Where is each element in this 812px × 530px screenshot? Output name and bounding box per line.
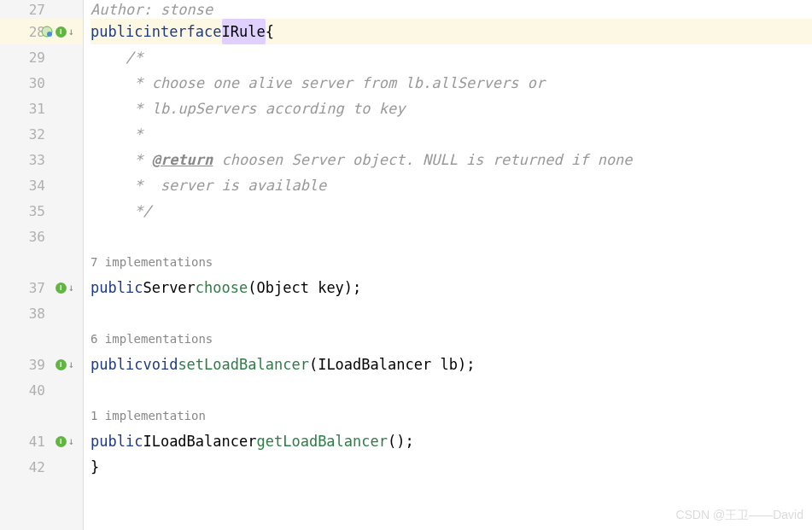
line-number: 32: [20, 126, 45, 143]
line-number: 41: [20, 434, 45, 450]
gutter-row: 35: [0, 198, 83, 224]
gutter-row: 39 I ↓: [0, 352, 83, 377]
down-arrow-icon: ↓: [68, 282, 74, 293]
line-number: 39: [20, 357, 45, 373]
implemented-icon: I: [55, 436, 67, 447]
method-name: choose: [196, 275, 248, 300]
comment-text: /*: [91, 44, 143, 70]
code-row[interactable]: public Server choose(Object key);: [91, 275, 812, 300]
gutter-row: 30: [0, 70, 83, 96]
line-number: 42: [20, 459, 45, 475]
gutter-row-inlay: [0, 403, 83, 428]
code-row[interactable]: /*: [91, 44, 812, 70]
line-number: 40: [20, 382, 45, 399]
comment-text: * choose one alive server from lb.allSer…: [91, 70, 545, 96]
gutter-row: 41 I ↓: [0, 428, 83, 454]
down-arrow-icon: ↓: [68, 436, 74, 446]
type-name: ILoadBalancer: [143, 428, 256, 454]
line-number: 36: [20, 229, 45, 245]
line-number: 34: [20, 178, 45, 194]
code-row[interactable]: * @return choosen Server object. NULL is…: [91, 147, 812, 172]
implemented-icon: I: [55, 26, 67, 38]
gutter-row: 31: [0, 96, 83, 121]
gutter-row: 32: [0, 121, 83, 147]
gutter-icon-group[interactable]: I ↓: [55, 359, 74, 370]
line-number: 35: [20, 203, 45, 219]
inlay-hint-row[interactable]: 6 implementations: [91, 326, 812, 352]
line-number: 37: [20, 280, 45, 296]
params: ();: [388, 428, 414, 454]
comment-text: * lb.upServers according to key: [91, 96, 405, 121]
down-arrow-icon: ↓: [68, 359, 74, 370]
gutter-row: 27: [0, 0, 83, 19]
brace: }: [91, 454, 99, 480]
keyword: public: [91, 19, 143, 44]
keyword: public: [91, 428, 143, 454]
down-arrow-icon: ↓: [68, 26, 74, 37]
comment-text: choosen Server object. NULL is returned …: [213, 147, 632, 172]
gutter-row: 29: [0, 44, 83, 70]
line-number: 27: [20, 2, 45, 18]
comment-text: * server is available: [91, 172, 326, 198]
inlay-hint-row[interactable]: 1 implementation: [91, 403, 812, 428]
line-number: 31: [20, 101, 45, 117]
line-number: 30: [20, 75, 45, 91]
gutter-row: 42: [0, 454, 83, 480]
params: (ILoadBalancer lb);: [309, 352, 475, 377]
inlay-hint-row[interactable]: 7 implementations: [91, 249, 812, 275]
gutter-icon-group[interactable]: I ↓: [55, 436, 74, 447]
code-content[interactable]: Author: stonse public interface IRule{ /…: [84, 0, 812, 530]
line-number: 33: [20, 152, 45, 168]
method-name: setLoadBalancer: [178, 352, 309, 377]
code-row[interactable]: public ILoadBalancer getLoadBalancer();: [91, 428, 812, 454]
implementations-hint[interactable]: 7 implementations: [91, 249, 213, 275]
comment-text: *: [91, 147, 152, 172]
type-name: Server: [143, 275, 195, 300]
gutter-row: 28 I ↓: [0, 19, 83, 44]
gutter-row: 33: [0, 147, 83, 172]
code-row[interactable]: */: [91, 198, 812, 224]
code-row[interactable]: }: [91, 454, 812, 480]
comment-text: *: [91, 121, 152, 147]
brace: {: [266, 19, 274, 44]
gutter-row: 36: [0, 224, 83, 249]
svg-point-1: [47, 32, 52, 37]
keyword: public: [91, 275, 143, 300]
code-row[interactable]: [91, 224, 812, 249]
method-name: getLoadBalancer: [256, 428, 388, 454]
code-row[interactable]: * server is available: [91, 172, 812, 198]
code-editor[interactable]: 27 28 I ↓ 29 30 31 32 33 34 35 36 37 I: [0, 0, 812, 530]
keyword: void: [143, 352, 178, 377]
gutter-row: 40: [0, 377, 83, 403]
javadoc-tag: @return: [152, 147, 213, 172]
editor-gutter: 27 28 I ↓ 29 30 31 32 33 34 35 36 37 I: [0, 0, 84, 530]
implemented-icon: I: [55, 359, 67, 370]
code-row[interactable]: [91, 300, 812, 326]
line-number: 29: [20, 50, 45, 66]
code-row[interactable]: Author: stonse: [91, 0, 812, 19]
implementations-hint[interactable]: 1 implementation: [91, 403, 206, 428]
code-row[interactable]: *: [91, 121, 812, 147]
class-icon: [41, 26, 53, 38]
implementations-hint[interactable]: 6 implementations: [91, 326, 213, 352]
implemented-icon: I: [55, 282, 67, 294]
gutter-icon-group[interactable]: I ↓: [55, 282, 74, 294]
code-row[interactable]: public interface IRule{: [91, 19, 812, 44]
gutter-row: 34: [0, 172, 83, 198]
gutter-row: 37 I ↓: [0, 275, 83, 300]
type-name: IRule: [222, 19, 266, 44]
keyword: interface: [143, 19, 221, 44]
code-row[interactable]: * lb.upServers according to key: [91, 96, 812, 121]
gutter-row-inlay: [0, 326, 83, 352]
line-number: 38: [20, 306, 45, 322]
gutter-row-inlay: [0, 249, 83, 275]
code-row[interactable]: * choose one alive server from lb.allSer…: [91, 70, 812, 96]
keyword: public: [91, 352, 143, 377]
gutter-icon-group[interactable]: I ↓: [41, 26, 74, 38]
params: (Object key);: [248, 275, 361, 300]
gutter-row: 38: [0, 300, 83, 326]
comment-text: */: [91, 198, 152, 224]
code-row[interactable]: [91, 377, 812, 403]
code-row[interactable]: public void setLoadBalancer(ILoadBalance…: [91, 352, 812, 377]
